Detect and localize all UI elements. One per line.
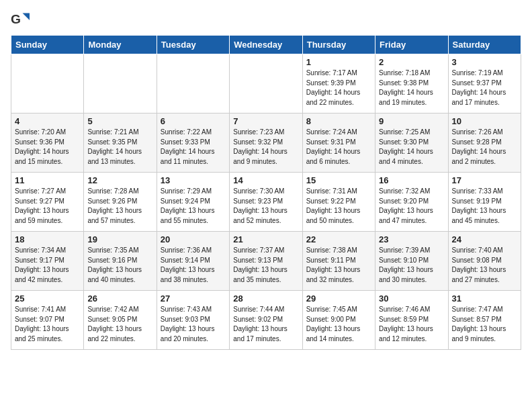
day-number: 13 <box>161 175 226 185</box>
day-number: 28 <box>233 293 298 304</box>
day-info: Sunrise: 7:24 AM Sunset: 9:31 PM Dayligh… <box>306 128 371 167</box>
calendar-cell: 15Sunrise: 7:31 AM Sunset: 9:22 PM Dayli… <box>302 173 375 232</box>
weekday-header-cell: Tuesday <box>157 36 229 54</box>
calendar-cell: 30Sunrise: 7:46 AM Sunset: 8:59 PM Dayli… <box>375 291 448 350</box>
day-number: 27 <box>161 293 226 304</box>
day-info: Sunrise: 7:35 AM Sunset: 9:16 PM Dayligh… <box>87 246 152 285</box>
calendar-cell: 23Sunrise: 7:39 AM Sunset: 9:10 PM Dayli… <box>375 232 448 291</box>
calendar-week-row: 1Sunrise: 7:17 AM Sunset: 9:39 PM Daylig… <box>11 54 521 113</box>
day-info: Sunrise: 7:47 AM Sunset: 8:57 PM Dayligh… <box>452 305 517 344</box>
calendar-cell: 26Sunrise: 7:42 AM Sunset: 9:05 PM Dayli… <box>84 291 157 350</box>
calendar-cell: 27Sunrise: 7:43 AM Sunset: 9:03 PM Dayli… <box>157 291 229 350</box>
calendar-body: 1Sunrise: 7:17 AM Sunset: 9:39 PM Daylig… <box>11 54 521 350</box>
day-info: Sunrise: 7:33 AM Sunset: 9:19 PM Dayligh… <box>452 187 517 226</box>
day-number: 6 <box>161 116 226 126</box>
calendar-cell: 14Sunrise: 7:30 AM Sunset: 9:23 PM Dayli… <box>230 173 302 232</box>
calendar-cell: 18Sunrise: 7:34 AM Sunset: 9:17 PM Dayli… <box>11 232 84 291</box>
calendar-cell: 13Sunrise: 7:29 AM Sunset: 9:24 PM Dayli… <box>157 173 229 232</box>
day-number: 23 <box>379 234 444 244</box>
calendar-week-row: 4Sunrise: 7:20 AM Sunset: 9:36 PM Daylig… <box>11 113 521 173</box>
calendar-cell: 6Sunrise: 7:22 AM Sunset: 9:33 PM Daylig… <box>157 113 229 173</box>
calendar-cell: 3Sunrise: 7:19 AM Sunset: 9:37 PM Daylig… <box>448 54 521 113</box>
day-info: Sunrise: 7:18 AM Sunset: 9:38 PM Dayligh… <box>379 68 444 107</box>
day-number: 10 <box>452 116 517 126</box>
day-number: 14 <box>233 175 298 185</box>
day-info: Sunrise: 7:25 AM Sunset: 9:30 PM Dayligh… <box>379 128 444 167</box>
weekday-header-cell: Friday <box>375 36 448 54</box>
calendar-cell: 21Sunrise: 7:37 AM Sunset: 9:13 PM Dayli… <box>230 232 302 291</box>
day-number: 9 <box>379 116 444 126</box>
weekday-header-cell: Monday <box>84 36 157 54</box>
day-info: Sunrise: 7:43 AM Sunset: 9:03 PM Dayligh… <box>161 305 226 344</box>
day-info: Sunrise: 7:26 AM Sunset: 9:28 PM Dayligh… <box>452 128 517 167</box>
calendar-cell <box>157 54 229 113</box>
calendar-cell: 20Sunrise: 7:36 AM Sunset: 9:14 PM Dayli… <box>157 232 229 291</box>
calendar-cell: 4Sunrise: 7:20 AM Sunset: 9:36 PM Daylig… <box>11 113 84 173</box>
day-info: Sunrise: 7:42 AM Sunset: 9:05 PM Dayligh… <box>87 305 152 344</box>
calendar-cell: 8Sunrise: 7:24 AM Sunset: 9:31 PM Daylig… <box>302 113 375 173</box>
calendar-table: SundayMondayTuesdayWednesdayThursdayFrid… <box>11 35 521 350</box>
day-number: 2 <box>379 57 444 67</box>
day-number: 15 <box>306 175 371 185</box>
weekday-header-cell: Thursday <box>302 36 375 54</box>
calendar-cell: 9Sunrise: 7:25 AM Sunset: 9:30 PM Daylig… <box>375 113 448 173</box>
day-number: 29 <box>306 293 371 304</box>
day-info: Sunrise: 7:29 AM Sunset: 9:24 PM Dayligh… <box>161 187 226 226</box>
day-info: Sunrise: 7:41 AM Sunset: 9:07 PM Dayligh… <box>15 305 80 344</box>
weekday-header-row: SundayMondayTuesdayWednesdayThursdayFrid… <box>11 36 521 54</box>
calendar-cell: 28Sunrise: 7:44 AM Sunset: 9:02 PM Dayli… <box>230 291 302 350</box>
calendar-cell: 16Sunrise: 7:32 AM Sunset: 9:20 PM Dayli… <box>375 173 448 232</box>
day-info: Sunrise: 7:23 AM Sunset: 9:32 PM Dayligh… <box>233 128 298 167</box>
day-info: Sunrise: 7:36 AM Sunset: 9:14 PM Dayligh… <box>161 246 226 285</box>
day-number: 8 <box>306 116 371 126</box>
calendar-cell: 1Sunrise: 7:17 AM Sunset: 9:39 PM Daylig… <box>302 54 375 113</box>
day-info: Sunrise: 7:32 AM Sunset: 9:20 PM Dayligh… <box>379 187 444 226</box>
calendar-cell: 10Sunrise: 7:26 AM Sunset: 9:28 PM Dayli… <box>448 113 521 173</box>
day-info: Sunrise: 7:34 AM Sunset: 9:17 PM Dayligh… <box>15 246 80 285</box>
calendar-cell: 11Sunrise: 7:27 AM Sunset: 9:27 PM Dayli… <box>11 173 84 232</box>
logo-icon: G <box>11 11 30 30</box>
day-number: 12 <box>87 175 152 185</box>
weekday-header-cell: Wednesday <box>230 36 302 54</box>
day-info: Sunrise: 7:28 AM Sunset: 9:26 PM Dayligh… <box>87 187 152 226</box>
day-info: Sunrise: 7:44 AM Sunset: 9:02 PM Dayligh… <box>233 305 298 344</box>
day-number: 30 <box>379 293 444 304</box>
day-info: Sunrise: 7:22 AM Sunset: 9:33 PM Dayligh… <box>161 128 226 167</box>
page-header: G <box>11 11 521 30</box>
weekday-header-cell: Sunday <box>11 36 84 54</box>
day-number: 22 <box>306 234 371 244</box>
day-number: 19 <box>87 234 152 244</box>
calendar-cell: 2Sunrise: 7:18 AM Sunset: 9:38 PM Daylig… <box>375 54 448 113</box>
calendar-cell <box>230 54 302 113</box>
calendar-cell: 31Sunrise: 7:47 AM Sunset: 8:57 PM Dayli… <box>448 291 521 350</box>
calendar-cell: 22Sunrise: 7:38 AM Sunset: 9:11 PM Dayli… <box>302 232 375 291</box>
day-info: Sunrise: 7:46 AM Sunset: 8:59 PM Dayligh… <box>379 305 444 344</box>
day-info: Sunrise: 7:30 AM Sunset: 9:23 PM Dayligh… <box>233 187 298 226</box>
calendar-cell: 17Sunrise: 7:33 AM Sunset: 9:19 PM Dayli… <box>448 173 521 232</box>
calendar-cell: 25Sunrise: 7:41 AM Sunset: 9:07 PM Dayli… <box>11 291 84 350</box>
calendar-cell: 7Sunrise: 7:23 AM Sunset: 9:32 PM Daylig… <box>230 113 302 173</box>
svg-text:G: G <box>11 12 21 26</box>
day-number: 11 <box>15 175 80 185</box>
day-number: 25 <box>15 293 80 304</box>
calendar-cell: 5Sunrise: 7:21 AM Sunset: 9:35 PM Daylig… <box>84 113 157 173</box>
day-number: 26 <box>87 293 152 304</box>
day-number: 17 <box>452 175 517 185</box>
svg-marker-1 <box>23 13 30 21</box>
calendar-week-row: 25Sunrise: 7:41 AM Sunset: 9:07 PM Dayli… <box>11 291 521 350</box>
day-info: Sunrise: 7:39 AM Sunset: 9:10 PM Dayligh… <box>379 246 444 285</box>
day-info: Sunrise: 7:40 AM Sunset: 9:08 PM Dayligh… <box>452 246 517 285</box>
day-info: Sunrise: 7:38 AM Sunset: 9:11 PM Dayligh… <box>306 246 371 285</box>
day-info: Sunrise: 7:31 AM Sunset: 9:22 PM Dayligh… <box>306 187 371 226</box>
logo: G <box>11 11 32 30</box>
weekday-header-cell: Saturday <box>448 36 521 54</box>
day-number: 16 <box>379 175 444 185</box>
calendar-cell: 12Sunrise: 7:28 AM Sunset: 9:26 PM Dayli… <box>84 173 157 232</box>
day-number: 5 <box>87 116 152 126</box>
day-number: 1 <box>306 57 371 67</box>
calendar-cell: 24Sunrise: 7:40 AM Sunset: 9:08 PM Dayli… <box>448 232 521 291</box>
calendar-week-row: 11Sunrise: 7:27 AM Sunset: 9:27 PM Dayli… <box>11 173 521 232</box>
calendar-cell: 29Sunrise: 7:45 AM Sunset: 9:00 PM Dayli… <box>302 291 375 350</box>
day-info: Sunrise: 7:17 AM Sunset: 9:39 PM Dayligh… <box>306 68 371 107</box>
day-number: 21 <box>233 234 298 244</box>
